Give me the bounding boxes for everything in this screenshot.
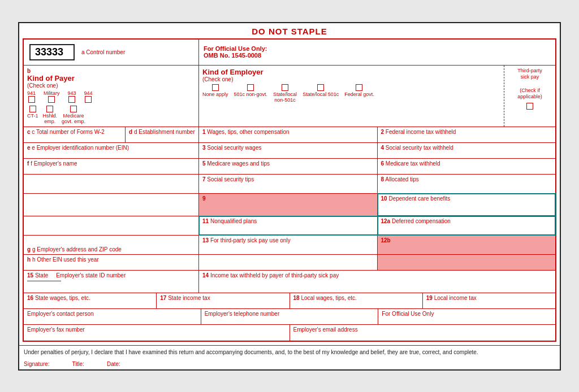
- kind-of-employer-check-one: (Check one): [202, 76, 500, 82]
- checkbox-medicare-govt[interactable]: [70, 106, 77, 112]
- official-use-cell: For Official Use Only: OMB No. 1545-0008: [199, 40, 555, 65]
- payer-check-943: 943: [68, 90, 76, 103]
- employer-check-501c: 501c non-govt.: [234, 84, 268, 103]
- cell-12b-bottom: [378, 255, 556, 270]
- row-9-10: 9 10 Dependent care benefits: [24, 194, 555, 216]
- cell-7: 7 Social security tips: [199, 175, 378, 193]
- employer-check-federal: Federal govt.: [344, 84, 374, 103]
- omb-label: OMB No. 1545-0008: [204, 52, 551, 59]
- cell-c: c c Total number of Forms W-2: [24, 127, 126, 142]
- cell-13: 13 For third-party sick pay use only: [199, 236, 378, 254]
- checkbox-none-apply[interactable]: [212, 84, 219, 91]
- third-party-cell: Third-partysick pay(Check ifapplicable): [504, 66, 555, 127]
- row-h: h h Other EIN used this year: [24, 255, 555, 271]
- cell-11: 11 Nonqualified plans: [199, 216, 378, 235]
- checkbox-ct1[interactable]: [29, 106, 36, 112]
- cell-e: e e Employer identification number (EIN): [24, 143, 199, 158]
- row-11-12a: 11 Nonqualified plans 12a Deferred compe…: [24, 216, 555, 236]
- do-not-staple-header: DO NOT STAPLE: [19, 23, 560, 38]
- cell-14: 14 Income tax withheld by payer of third…: [199, 271, 555, 293]
- checkbox-third-party[interactable]: [526, 103, 533, 110]
- cell-fax: Employer's fax number: [24, 325, 290, 341]
- disclaimer: Under penalties of perjury, I declare th…: [19, 345, 560, 359]
- signature-label: Signature:: [24, 361, 50, 367]
- third-party-label: Third-partysick pay(Check ifapplicable): [517, 68, 542, 101]
- employer-checkboxes: None apply 501c non-govt. State/localnon…: [202, 84, 500, 103]
- cell-19: 19 Local income tax: [423, 293, 555, 308]
- kind-of-payer-cell: b Kind of Payer (Check one) 941 Military…: [24, 66, 199, 127]
- row-g-13-12b: g g Employer's address and ZIP code 13 F…: [24, 236, 555, 255]
- cell-contact: Employer's contact person: [24, 309, 201, 324]
- cell-15: 15 State Employer's state ID number: [24, 271, 199, 293]
- payer-checkboxes-row2: CT-1 Hshld.emp. Medicaregovt. emp.: [27, 106, 195, 124]
- title-label: Title:: [72, 361, 84, 367]
- checkbox-state-local-501c[interactable]: [317, 84, 324, 91]
- disclaimer-text: Under penalties of perjury, I declare th…: [24, 349, 478, 355]
- checkbox-military[interactable]: [48, 96, 55, 103]
- payer-check-medicare: Medicaregovt. emp.: [62, 106, 85, 124]
- state-divider: [27, 281, 61, 281]
- cell-18: 18 Local wages, tips, etc.: [290, 293, 423, 308]
- row-fax-email: Employer's fax number Employer's email a…: [24, 325, 555, 341]
- cell-12b-top: 12b: [378, 236, 556, 254]
- cell-d: d d Establishment number: [126, 127, 199, 142]
- cell-2: 2 Federal income tax withheld: [378, 127, 556, 142]
- payer-check-hshld: Hshld.emp.: [43, 106, 58, 124]
- row-f: f f Employer's name 5 Medicare wages and…: [24, 159, 555, 175]
- signature-row: Signature: Title: Date:: [19, 359, 560, 369]
- row-15-14: 15 State Employer's state ID number 14 I…: [24, 271, 555, 293]
- tax-form: DO NOT STAPLE 33333 a Control number For…: [18, 22, 561, 371]
- checkbox-state-local-non501c[interactable]: [282, 84, 288, 91]
- cell-8: 8 Allocated tips: [378, 175, 556, 193]
- b-label: b: [27, 68, 195, 74]
- kind-of-payer-check-one: (Check one): [27, 82, 195, 89]
- cell-official-use-only: For Official Use Only: [378, 309, 555, 324]
- cell-12a: 12a Deferred compensation: [378, 216, 556, 235]
- cell-left-9: [24, 194, 199, 216]
- checkbox-943[interactable]: [68, 96, 75, 103]
- cell-h: h h Other EIN used this year: [24, 255, 199, 270]
- payer-check-944: 944: [84, 90, 93, 103]
- cell-14-area: [199, 255, 378, 270]
- cell-email: Employer's email address: [290, 325, 556, 341]
- checkbox-941[interactable]: [28, 96, 35, 103]
- row-2: b Kind of Payer (Check one) 941 Military…: [24, 66, 555, 127]
- official-use-label: For Official Use Only:: [204, 45, 551, 52]
- kind-of-employer-cell: Kind of Employer (Check one) None apply …: [199, 66, 504, 127]
- checkbox-944[interactable]: [85, 96, 92, 103]
- employer-check-state-local-501c: State/local 501c: [303, 84, 339, 103]
- employer-check-none: None apply: [202, 84, 228, 103]
- checkbox-501c-non-govt[interactable]: [247, 84, 254, 91]
- payer-check-ct1: CT-1: [27, 106, 38, 119]
- kind-of-employer-title: Kind of Employer: [202, 68, 500, 76]
- cell-9: 9: [199, 194, 378, 216]
- control-number-label: a Control number: [77, 49, 125, 55]
- cell-6: 6 Medicare tax withheld: [378, 159, 556, 174]
- cell-5: 5 Medicare wages and tips: [199, 159, 378, 174]
- cell-left-11: [24, 216, 199, 235]
- cell-3: 3 Social security wages: [199, 143, 378, 158]
- cell-17: 17 State income tax: [157, 293, 290, 308]
- cell-f: f f Employer's name: [24, 159, 199, 174]
- cell-telephone: Employer's telephone number: [201, 309, 379, 324]
- cell-g: g g Employer's address and ZIP code: [24, 236, 199, 254]
- cell-left-7: [24, 175, 199, 193]
- kind-of-payer-title: Kind of Payer: [27, 74, 195, 82]
- row-7-8: 7 Social security tips 8 Allocated tips: [24, 175, 555, 194]
- cell-4: 4 Social security tax withheld: [378, 143, 556, 158]
- form-number: 33333: [29, 44, 75, 60]
- row-e: e e Employer identification number (EIN)…: [24, 143, 555, 159]
- cell-1: 1 Wages, tips, other compensation: [199, 127, 378, 142]
- row-16-19: 16 State wages, tips, etc. 17 State inco…: [24, 293, 555, 309]
- checkbox-federal-govt[interactable]: [356, 84, 362, 91]
- employer-check-state-local: State/localnon-501c: [273, 84, 297, 103]
- form-body: 33333 a Control number For Official Use …: [23, 38, 556, 342]
- checkbox-hshld[interactable]: [46, 106, 53, 112]
- row-1: 33333 a Control number For Official Use …: [24, 40, 555, 66]
- cell-10: 10 Dependent care benefits: [378, 194, 556, 216]
- form-number-section: 33333 a Control number: [24, 40, 199, 65]
- payer-check-military: Military: [44, 90, 60, 103]
- row-cd: c c Total number of Forms W-2 d d Establ…: [24, 127, 555, 143]
- cell-16: 16 State wages, tips, etc.: [24, 293, 157, 308]
- payer-check-941: 941: [27, 90, 36, 103]
